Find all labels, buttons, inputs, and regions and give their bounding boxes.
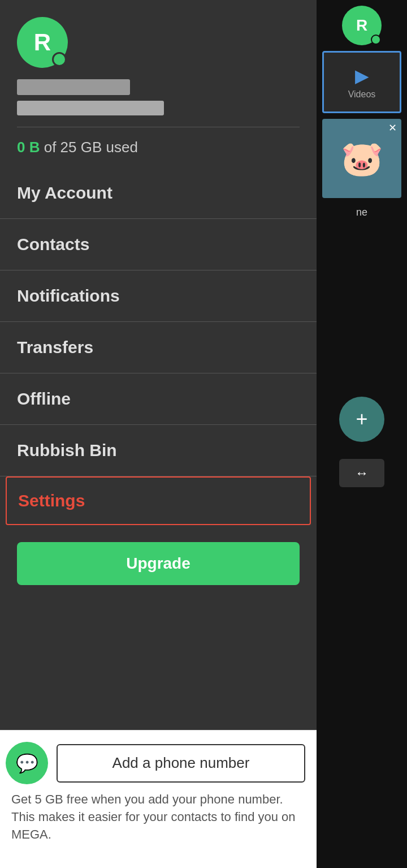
sidebar-item-offline[interactable]: Offline — [0, 373, 317, 425]
video-thumbnail[interactable]: ▶ Videos — [322, 51, 401, 113]
storage-info: 0 B of 25 GB used — [0, 127, 317, 167]
upgrade-button[interactable]: Upgrade — [17, 542, 300, 585]
add-phone-button[interactable]: Add a phone number — [57, 744, 305, 783]
pig-thumbnail: 🐷 ✕ — [322, 119, 401, 198]
right-avatar: R — [342, 6, 382, 45]
plus-icon: + — [356, 407, 367, 431]
right-panel: R ▶ Videos 🐷 ✕ ne + ↔ — [317, 0, 407, 868]
sidebar-item-rubbish-bin[interactable]: Rubbish Bin — [0, 425, 317, 476]
avatar-section: R — [0, 0, 317, 127]
sidebar: R 0 B of 25 GB used My Account Contacts … — [0, 0, 317, 730]
phone-banner-top: 💬 Add a phone number — [6, 742, 305, 784]
arrow-button[interactable]: ↔ — [339, 459, 384, 487]
fab-button[interactable]: + — [339, 397, 384, 442]
avatar-letter: R — [34, 29, 51, 56]
avatar[interactable]: R — [17, 17, 68, 68]
sidebar-item-my-account[interactable]: My Account — [0, 167, 317, 219]
phone-description: Get 5 GB free when you add your phone nu… — [6, 791, 305, 843]
sidebar-item-contacts[interactable]: Contacts — [0, 219, 317, 270]
arrow-icon: ↔ — [355, 465, 369, 481]
close-icon[interactable]: ✕ — [388, 122, 397, 134]
pig-emoji: 🐷 — [341, 139, 383, 179]
chat-icon-circle: 💬 — [6, 742, 48, 784]
storage-text: of 25 GB used — [44, 139, 138, 156]
storage-used: 0 B — [17, 139, 40, 156]
right-avatar-letter: R — [356, 16, 367, 35]
sidebar-item-transfers[interactable]: Transfers — [0, 322, 317, 373]
videos-label: Videos — [348, 89, 376, 100]
play-icon: ▶ — [355, 65, 369, 87]
email-placeholder — [17, 101, 164, 115]
name-placeholder — [17, 79, 130, 95]
phone-banner: 💬 Add a phone number Get 5 GB free when … — [0, 730, 317, 868]
sidebar-item-settings[interactable]: Settings — [6, 476, 311, 525]
sidebar-item-notifications[interactable]: Notifications — [0, 270, 317, 322]
partial-text: ne — [353, 204, 370, 221]
chat-icon: 💬 — [16, 753, 38, 774]
